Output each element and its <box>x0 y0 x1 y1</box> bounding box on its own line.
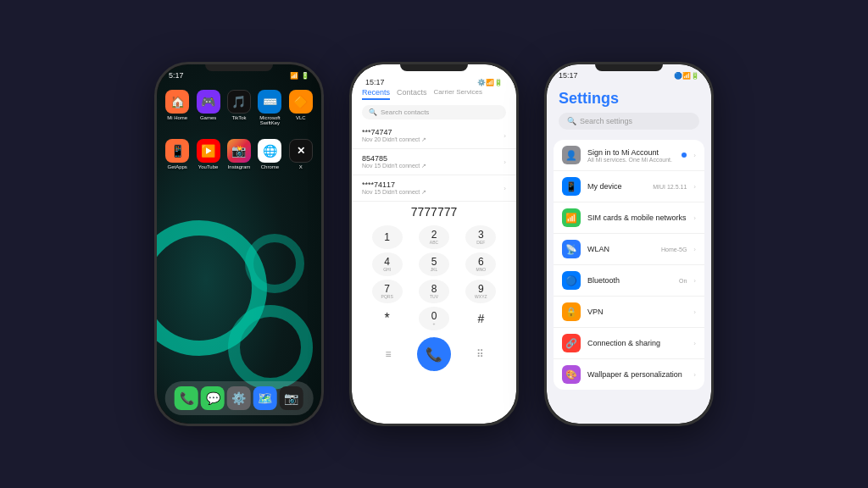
settings-my-device[interactable]: 📱 My device MIUI 12.5.11 › <box>554 171 704 202</box>
mi-account-icon: 👤 <box>562 146 581 164</box>
sim-icon: 📶 <box>562 208 581 227</box>
dial-7[interactable]: 7PQRS <box>372 280 403 303</box>
dialed-number: 7777777 <box>352 202 516 222</box>
bluetooth-icon: 🔵 <box>562 271 581 290</box>
dialpad: 1 2ABC 3DEF 4GHI 5JKL 6MNO 7PQRS 8TUV 9W… <box>352 222 516 334</box>
settings-vpn[interactable]: 🔒 VPN › <box>554 297 704 328</box>
dock-phone[interactable]: 📞 <box>175 386 198 410</box>
app-mi-home[interactable]: 🏠 Mi Home <box>165 90 189 125</box>
chevron-icon: › <box>693 277 696 285</box>
chevron-icon: › <box>504 132 506 140</box>
notification-dot <box>682 152 687 158</box>
app-grid-row1: 🏠 Mi Home 🎮 Games 🎵 TikTok ⌨️ Microsoft … <box>157 83 321 132</box>
dial-6[interactable]: 6MNO <box>465 252 496 276</box>
vpn-icon: 🔒 <box>562 302 581 321</box>
phone-homescreen: 5:17 📶🔋 🏠 Mi Home 🎮 Games 🎵 TikTok ⌨️ Mi… <box>154 62 324 426</box>
settings-sim[interactable]: 📶 SIM cards & mobile networks › <box>554 202 704 234</box>
settings-title: Settings <box>559 90 699 108</box>
app-x[interactable]: ✕ X <box>289 139 313 169</box>
search-settings-bar[interactable]: 🔍 Search settings <box>559 113 699 130</box>
dial-0[interactable]: 0+ <box>419 307 449 330</box>
tab-contacts[interactable]: Contacts <box>397 88 427 100</box>
dock-messages[interactable]: 💬 <box>201 386 225 410</box>
dialpad-toggle-icon[interactable]: ⠿ <box>470 344 490 364</box>
chevron-icon: › <box>693 214 696 222</box>
status-icons-1: 📶🔋 <box>290 72 309 80</box>
dock-camera[interactable]: 📷 <box>280 386 303 410</box>
connection-icon: 🔗 <box>562 334 581 352</box>
app-swiftkey[interactable]: ⌨️ Microsoft SwiftKey <box>258 90 281 125</box>
settings-header: Settings 🔍 Search settings <box>547 81 711 135</box>
recent-call-2[interactable]: 854785 Nov 15 Didn't connect ↗ › <box>352 149 516 175</box>
dock: 📞 💬 ⚙️ 🗺️ 📷 <box>165 381 314 415</box>
wlan-icon: 📡 <box>562 240 581 258</box>
phone-dialer: 15:17 ⚙️📶🔋 Recents Contacts Carrier Serv… <box>349 62 519 426</box>
recent-call-3[interactable]: ****74117 Nov 15 Didn't connect ↗ › <box>352 175 516 202</box>
time-1: 5:17 <box>169 71 184 80</box>
search-icon-settings: 🔍 <box>567 117 576 125</box>
tab-carrier[interactable]: Carrier Services <box>434 88 482 100</box>
dial-9[interactable]: 9WXYZ <box>465 280 496 303</box>
dock-settings[interactable]: ⚙️ <box>227 386 251 410</box>
app-tiktok[interactable]: 🎵 TikTok <box>227 90 251 125</box>
settings-bluetooth[interactable]: 🔵 Bluetooth On › <box>554 265 704 297</box>
app-youtube[interactable]: ▶️ YouTube <box>196 139 220 169</box>
dialer-tabs: Recents Contacts Carrier Services <box>362 88 506 100</box>
dial-3[interactable]: 3DEF <box>465 225 496 249</box>
device-icon: 📱 <box>562 177 581 196</box>
tab-recents[interactable]: Recents <box>362 88 390 100</box>
phone-settings: 15:17 🔵📶🔋 Settings 🔍 Search settings 👤 S… <box>544 62 714 426</box>
chevron-icon: › <box>693 246 696 253</box>
chevron-icon: › <box>693 371 696 379</box>
recent-call-1[interactable]: ***74747 Nov 20 Didn't connect ↗ › <box>352 123 516 149</box>
settings-mi-account[interactable]: 👤 Sign in to Mi Account All Mi services.… <box>554 140 704 171</box>
app-grid-row2: 📱 GetApps ▶️ YouTube 📸 Instagram 🌐 Chrom… <box>157 132 321 176</box>
search-icon-dialer: 🔍 <box>369 108 377 116</box>
call-button[interactable]: 📞 <box>417 337 451 371</box>
settings-wlan[interactable]: 📡 WLAN Home-5G › <box>554 234 704 265</box>
chevron-icon: › <box>504 158 506 166</box>
wallpaper-icon: 🎨 <box>562 365 581 384</box>
status-bar-1: 5:17 📶🔋 <box>157 64 321 83</box>
app-games[interactable]: 🎮 Games <box>196 90 220 125</box>
settings-wallpaper[interactable]: 🎨 Wallpaper & personalization › <box>554 359 704 390</box>
dial-4[interactable]: 4GHI <box>372 252 403 276</box>
chevron-icon: › <box>693 340 696 347</box>
time-2: 15:17 <box>365 78 385 86</box>
time-3: 15:17 <box>559 71 578 80</box>
search-contacts[interactable]: 🔍 Search contacts <box>362 105 506 119</box>
settings-connection-sharing[interactable]: 🔗 Connection & sharing › <box>554 328 704 359</box>
dial-star[interactable]: * <box>372 307 403 330</box>
chevron-icon: › <box>693 183 696 191</box>
settings-list: 👤 Sign in to Mi Account All Mi services.… <box>554 140 704 390</box>
app-vlc[interactable]: 🔶 VLC <box>289 90 313 125</box>
chevron-icon: › <box>504 185 506 192</box>
app-chrome[interactable]: 🌐 Chrome <box>258 139 281 169</box>
menu-icon[interactable]: ≡ <box>378 344 398 364</box>
chevron-icon: › <box>693 152 696 159</box>
dialer-header: 15:17 ⚙️📶🔋 Recents Contacts Carrier Serv… <box>352 64 516 123</box>
chevron-icon: › <box>693 308 696 316</box>
app-instagram[interactable]: 📸 Instagram <box>227 139 251 169</box>
dial-2[interactable]: 2ABC <box>419 225 449 249</box>
dial-1[interactable]: 1 <box>372 225 403 249</box>
dial-5[interactable]: 5JKL <box>419 252 449 276</box>
dial-hash[interactable]: # <box>465 307 496 330</box>
dialer-bottom: ≡ 📞 ⠿ <box>352 334 516 376</box>
dock-maps[interactable]: 🗺️ <box>253 386 277 410</box>
dial-8[interactable]: 8TUV <box>419 280 449 303</box>
app-getapps[interactable]: 📱 GetApps <box>165 139 189 169</box>
